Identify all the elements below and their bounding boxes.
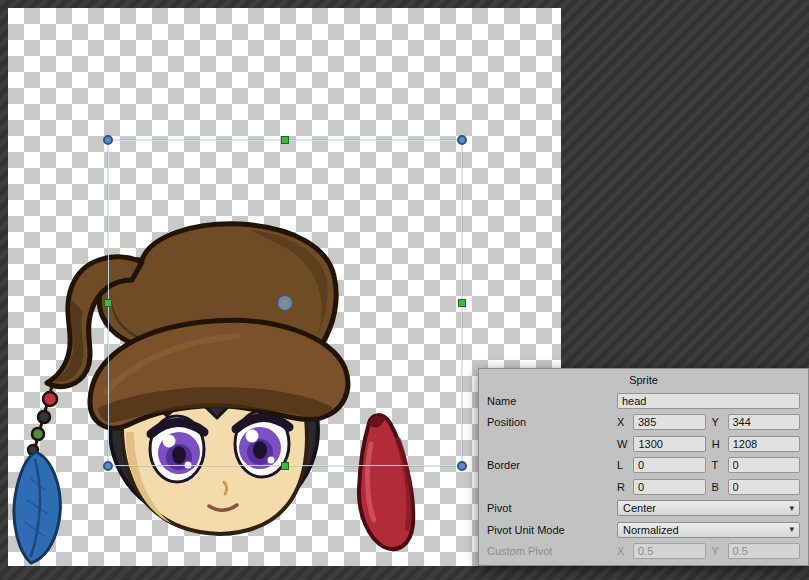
selection-handle-right-mid[interactable] (458, 299, 466, 307)
pivot-row: Pivot Center ▾ (487, 498, 800, 520)
name-input[interactable] (617, 393, 800, 409)
pivot-handle[interactable] (278, 296, 292, 310)
panel-title: Sprite (487, 371, 800, 390)
border-r-input[interactable] (633, 479, 706, 495)
position-w-input[interactable] (633, 436, 705, 452)
border-b-label: B (712, 481, 722, 493)
name-row: Name (487, 390, 800, 412)
pivot-unit-mode-label: Pivot Unit Mode (487, 524, 617, 536)
custom-pivot-x-label: X (617, 545, 627, 557)
border-b-input[interactable] (728, 479, 801, 495)
border-t-label: T (712, 459, 722, 471)
position-row-xy: Position X Y (487, 412, 800, 434)
border-row-rb: R B (487, 476, 800, 498)
dropdown-arrow-icon: ▾ (789, 504, 794, 513)
position-label: Position (487, 416, 617, 428)
selection-handle-bottom-left[interactable] (103, 461, 113, 471)
custom-pivot-y-input (728, 543, 801, 559)
position-y-input[interactable] (728, 414, 801, 430)
border-row-lt: Border L T (487, 455, 800, 477)
custom-pivot-x-input (633, 543, 706, 559)
custom-pivot-y-label: Y (712, 545, 722, 557)
position-row-wh: W H (487, 433, 800, 455)
pivot-label: Pivot (487, 502, 617, 514)
dropdown-arrow-icon: ▾ (789, 525, 794, 534)
sprite-editor-window: { "inspector": { "title": "Sprite", "nam… (0, 0, 809, 580)
pivot-unit-mode-dropdown-value: Normalized (623, 524, 679, 536)
position-w-label: W (617, 438, 627, 450)
custom-pivot-row: Custom Pivot X Y (487, 541, 800, 563)
selection-handle-bottom-mid[interactable] (281, 462, 289, 470)
border-label: Border (487, 459, 617, 471)
selection-handle-top-right[interactable] (457, 135, 467, 145)
border-r-label: R (617, 481, 627, 493)
pivot-dropdown[interactable]: Center ▾ (617, 500, 800, 516)
position-x-label: X (617, 416, 627, 428)
selection-handle-top-mid[interactable] (281, 136, 289, 144)
position-h-input[interactable] (728, 436, 800, 452)
sprite-inspector-panel: Sprite Name Position X Y W H Border L T (478, 368, 809, 566)
border-l-label: L (617, 459, 627, 471)
pivot-unit-mode-dropdown[interactable]: Normalized ▾ (617, 522, 800, 538)
selection-handle-top-left[interactable] (103, 135, 113, 145)
position-x-input[interactable] (633, 414, 706, 430)
border-t-input[interactable] (728, 457, 801, 473)
name-label: Name (487, 395, 617, 407)
border-l-input[interactable] (633, 457, 706, 473)
pivot-dropdown-value: Center (623, 502, 656, 514)
custom-pivot-label: Custom Pivot (487, 545, 617, 557)
position-h-label: H (712, 438, 722, 450)
position-y-label: Y (712, 416, 722, 428)
selection-handle-left-mid[interactable] (104, 299, 112, 307)
selection-handle-bottom-right[interactable] (457, 461, 467, 471)
pivot-unit-mode-row: Pivot Unit Mode Normalized ▾ (487, 519, 800, 541)
